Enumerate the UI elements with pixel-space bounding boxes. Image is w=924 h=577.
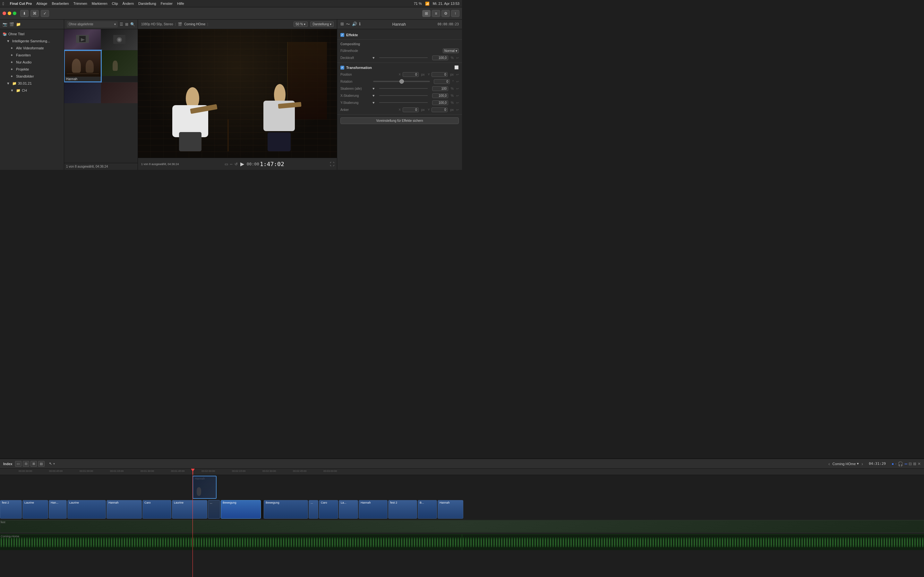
sidebar-group-30jan[interactable]: ▼ 📁 30.01.21 [0,80,64,87]
position-y-unit: px [450,73,454,76]
preview-header-left: 1080p HD 50p, Stereo | 🎬 Coming HOme | [141,22,208,26]
sidebar-item-projekte[interactable]: ✦ Projekte [0,66,64,73]
scale-x-reset-icon[interactable]: ↩ [456,94,459,97]
preview-header-right: 50 % ▾ Darstellung ▾ [294,21,334,27]
import-button[interactable]: ⬇ [20,10,29,17]
grid-view-button[interactable]: ⊞ [422,10,431,17]
search-icon[interactable]: 🔍 [130,22,135,27]
fullscreen-icon[interactable]: ⛶ [330,161,334,167]
position-label: Position [341,73,369,76]
menu-hilfe[interactable]: Hilfe [177,2,184,5]
minimize-button[interactable] [8,11,11,15]
play-button[interactable]: ▶ [240,161,244,167]
menu-fenster[interactable]: Fenster [161,2,173,5]
clip-item-hannah[interactable]: Hannah [64,50,102,82]
rotation-knob[interactable] [399,79,404,84]
playback-mode-buttons: ▭ ↔ ↺ [225,162,238,166]
divider-2 [337,63,462,63]
scale-x-heart-icon: ♥ [373,93,375,97]
inspector-grid-icon[interactable]: ⊞ [341,21,344,27]
inspector-tab-icons: ⊞ 〜 🔊 ℹ [341,21,360,27]
wifi-icon: 📶 [425,2,430,6]
anker-x-value[interactable]: 0 [403,107,419,112]
rotation-slider[interactable] [373,81,430,82]
zoom-button[interactable]: 50 % ▾ [294,21,308,27]
clip-item-2[interactable] [101,29,137,50]
menu-darstellung[interactable]: Darstellung [138,2,156,5]
share-button[interactable]: ↑ [451,10,459,17]
filter-dropdown[interactable]: Ohne abgelehnte ▾ [67,21,118,27]
anker-y-value[interactable]: 0 [431,107,447,112]
anker-reset-icon[interactable]: ↩ [456,108,459,111]
inspector-info-icon[interactable]: ℹ [359,21,360,27]
scale-y-reset-icon[interactable]: ↩ [456,101,459,105]
fullscreen-button[interactable] [13,11,16,15]
separator1: | [175,23,176,26]
effekte-checkbox[interactable]: ✓ [341,33,344,37]
sidebar-smart-collections[interactable]: ▼ Intelligente Sammlung... [0,37,64,45]
rotation-reset-icon[interactable]: ↩ [456,80,459,83]
menu-markieren[interactable]: Markieren [92,2,107,5]
position-reset-icon[interactable]: ↩ [456,73,459,76]
battery-status: 71 % [414,2,422,5]
folder-icon3: 📁 [16,89,21,93]
library-header: 📷 🎬 📁 [0,19,64,29]
opacity-slider[interactable] [379,57,428,58]
menu-finalcutpro[interactable]: Final Cut Pro [10,2,32,5]
traffic-lights [3,11,16,15]
sidebar-item-ch[interactable]: ▼ 📁 CH [0,87,64,94]
loop-mode-icon[interactable]: ↺ [234,162,238,166]
menubar:  Final Cut Pro Ablage Bearbeiten Trimme… [0,0,462,7]
clip-item-4[interactable] [102,50,137,82]
list-view-button[interactable]: ≡ [432,10,440,17]
menu-clip[interactable]: Clip [112,2,118,5]
darstellung-label: Darstellung [312,23,329,26]
apple-menu[interactable]:  [3,1,4,6]
save-preset-button[interactable]: Voreinstellung für Effekte sichern [341,117,459,124]
list-toggle-icon[interactable]: ☰ [120,22,123,27]
sidebar-item-allvideoformats[interactable]: ✦ Alle Videoformate [0,45,64,52]
scale-y-slider[interactable] [379,102,428,103]
row-fillmethod: Füllmethode Normal ▾ [337,47,462,54]
fillmethod-dropdown[interactable]: Normal ▾ [443,48,459,53]
inspector-wave-icon[interactable]: 〜 [346,21,350,27]
opacity-reset-icon[interactable]: ↩ [456,56,459,60]
timeline-settings-button[interactable]: ⚙ [441,10,450,17]
clip-item-5[interactable] [64,82,101,103]
menu-trimmen[interactable]: Trimmen [73,2,87,5]
photos-icon: 📷 [3,22,7,27]
sidebar-item-standbilder[interactable]: ✦ Standbilder [0,73,64,80]
sidebar-library[interactable]: 📚 Ohne Titel [0,31,64,37]
frame-mode-icon[interactable]: ▭ [225,162,228,166]
sidebar-item-favoriten[interactable]: ✦ Favoriten [0,52,64,59]
close-button[interactable] [3,11,6,15]
smart-collection-icon: 🎬 [9,22,14,27]
sidebar-item-nuraudio[interactable]: ✦ Nur Audio [0,59,64,66]
scale-y-heart-icon: ♥ [373,101,375,105]
keywords-button[interactable]: ⌘ [31,10,39,17]
darstellung-button[interactable]: Darstellung ▾ [310,21,334,27]
library-label: Ohne Titel [8,32,24,36]
filter-chevron-icon: ▾ [114,23,116,26]
fillmethod-label: Füllmethode [341,49,369,53]
folder-icon: 📁 [16,22,21,27]
group-icon[interactable]: ⊞ [125,22,128,27]
transformation-expand-icon[interactable]: ⬜ [454,65,459,69]
clip-name-preview: Coming HOme [184,23,205,26]
clip-item-1[interactable] [64,29,101,50]
position-x-value[interactable]: 0 [403,72,419,77]
position-x-unit: px [421,73,425,76]
autosave-button[interactable]: ✓ [41,10,49,17]
menu-ändern[interactable]: Ändern [123,2,134,5]
scale-all-reset-icon[interactable]: ↩ [456,87,459,90]
skim-mode-icon[interactable]: ↔ [229,162,233,166]
clip-item-6[interactable] [101,82,137,103]
inspector-vol-icon[interactable]: 🔊 [352,21,357,27]
scale-all-slider[interactable] [379,88,428,89]
menu-ablage[interactable]: Ablage [36,2,47,5]
menu-bearbeiten[interactable]: Bearbeiten [52,2,69,5]
scale-x-slider[interactable] [379,95,428,96]
transformation-checkbox[interactable]: ✓ [341,66,344,69]
divider-1 [337,39,462,40]
position-y-value[interactable]: 0 [431,72,447,77]
